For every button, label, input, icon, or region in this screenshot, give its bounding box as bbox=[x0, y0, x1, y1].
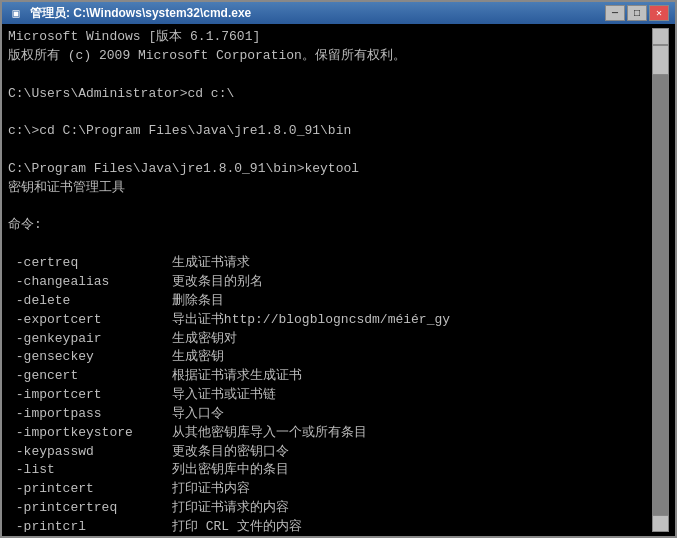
scroll-up-button[interactable]: ▲ bbox=[652, 28, 669, 45]
title-bar: ▣ 管理员: C:\Windows\system32\cmd.exe ─ □ ✕ bbox=[2, 2, 675, 24]
window-icon: ▣ bbox=[8, 5, 24, 21]
console-area: Microsoft Windows [版本 6.1.7601] 版权所有 (c)… bbox=[2, 24, 675, 536]
cmd-window: ▣ 管理员: C:\Windows\system32\cmd.exe ─ □ ✕… bbox=[0, 0, 677, 538]
window-title: 管理员: C:\Windows\system32\cmd.exe bbox=[30, 5, 605, 22]
scroll-down-button[interactable]: ▼ bbox=[652, 515, 669, 532]
scrollbar[interactable]: ▲ ▼ bbox=[652, 28, 669, 532]
title-bar-buttons: ─ □ ✕ bbox=[605, 5, 669, 21]
close-button[interactable]: ✕ bbox=[649, 5, 669, 21]
scrollbar-track bbox=[652, 45, 669, 515]
console-output[interactable]: Microsoft Windows [版本 6.1.7601] 版权所有 (c)… bbox=[8, 28, 652, 532]
maximize-button[interactable]: □ bbox=[627, 5, 647, 21]
scrollbar-thumb[interactable] bbox=[652, 45, 669, 75]
minimize-button[interactable]: ─ bbox=[605, 5, 625, 21]
